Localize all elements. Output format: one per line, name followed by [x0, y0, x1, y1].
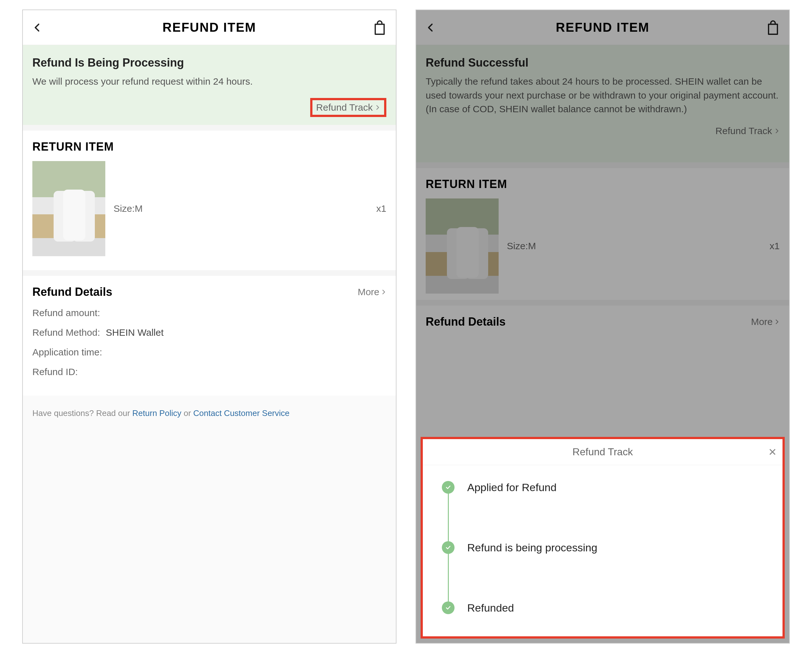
screen-refund-processing: REFUND ITEM Refund Is Being Processing W…	[22, 10, 397, 644]
status-title: Refund Is Being Processing	[32, 56, 386, 69]
chevron-right-icon	[381, 288, 386, 296]
more-label: More	[358, 287, 379, 297]
back-button[interactable]	[32, 20, 42, 35]
screen-refund-successful: REFUND ITEM Refund Successful Typically …	[415, 10, 790, 644]
refund-id-label: Refund ID:	[32, 366, 78, 377]
help-prefix: Have questions? Read our	[32, 408, 132, 418]
shopping-bag-icon[interactable]	[373, 20, 386, 35]
more-link[interactable]: More	[358, 287, 386, 297]
refund-details-heading: Refund Details	[32, 285, 112, 299]
refund-track-link[interactable]: Refund Track	[310, 98, 386, 117]
product-size: Size:M	[114, 203, 143, 214]
refund-amount-label: Refund amount:	[32, 307, 100, 318]
return-policy-link[interactable]: Return Policy	[132, 408, 182, 418]
check-circle-icon	[442, 481, 455, 494]
refund-track-label: Refund Track	[316, 102, 373, 113]
titlebar: REFUND ITEM	[23, 10, 396, 45]
contact-cs-link[interactable]: Contact Customer Service	[193, 408, 289, 418]
refund-timeline: Applied for Refund Refund is being proce…	[423, 465, 783, 636]
timeline-step: Refunded	[442, 601, 770, 617]
return-item-row: Size:M x1	[32, 161, 386, 256]
chevron-right-icon	[375, 103, 380, 112]
timeline-step: Refund is being processing	[442, 541, 770, 601]
refund-details-section: Refund Details More Refund amount: Refun…	[23, 276, 396, 396]
application-time-label: Application time:	[32, 347, 102, 357]
timeline-step-label: Refunded	[467, 602, 514, 614]
page-title: REFUND ITEM	[162, 20, 256, 35]
status-banner: Refund Is Being Processing We will proce…	[23, 45, 396, 125]
product-qty: x1	[376, 203, 386, 214]
product-thumbnail[interactable]	[32, 161, 105, 256]
sheet-header: Refund Track ✕	[423, 439, 783, 465]
help-mid: or	[182, 408, 193, 418]
status-body: We will process your refund request with…	[32, 74, 386, 88]
check-circle-icon	[442, 601, 455, 614]
return-item-section: RETURN ITEM Size:M x1	[23, 131, 396, 270]
refund-method-value: SHEIN Wallet	[106, 327, 163, 337]
refund-track-sheet: Refund Track ✕ Applied for Refund Refund…	[421, 437, 785, 638]
refund-method-label: Refund Method:	[32, 327, 100, 337]
sheet-title: Refund Track	[572, 446, 633, 458]
timeline-step-label: Applied for Refund	[467, 481, 557, 494]
check-circle-icon	[442, 541, 455, 554]
timeline-step-label: Refund is being processing	[467, 541, 597, 554]
timeline-step: Applied for Refund	[442, 481, 770, 541]
close-icon[interactable]: ✕	[768, 446, 777, 458]
help-footer: Have questions? Read our Return Policy o…	[23, 396, 396, 643]
return-item-heading: RETURN ITEM	[32, 140, 386, 153]
